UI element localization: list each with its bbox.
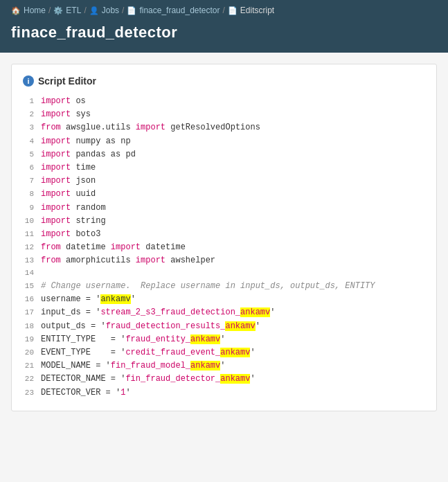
line-content: DETECTOR_NAME = 'fin_fraud_detector_anka…	[41, 373, 256, 386]
code-line-16: 16username = 'ankamv'	[23, 293, 425, 306]
line-number: 13	[23, 255, 41, 267]
line-content: import json	[41, 175, 96, 188]
line-number: 19	[23, 334, 41, 346]
line-content: import time	[41, 161, 96, 175]
main-content: i Script Editor 1import os2import sys3fr…	[11, 64, 437, 411]
code-line-2: 2import sys	[23, 108, 425, 121]
line-number: 12	[23, 242, 41, 254]
code-line-13: 13from amorphicutils import awshelper	[23, 254, 425, 267]
page-title-bar: finace_fraud_detector	[0, 19, 448, 53]
file-icon-1: 📄	[127, 6, 136, 15]
line-content: input_ds = 'stream_2_s3_fraud_detection_…	[41, 306, 275, 319]
line-content: import random	[41, 202, 106, 215]
line-number: 21	[23, 360, 41, 373]
line-number: 23	[23, 387, 41, 400]
line-content: import os	[41, 95, 86, 108]
code-line-9: 9import random	[23, 202, 425, 215]
line-number: 7	[23, 175, 41, 188]
code-line-8: 8import uuid	[23, 188, 425, 201]
line-number: 3	[23, 122, 41, 134]
line-content: output_ds = 'fraud_detection_results_ank…	[41, 320, 260, 333]
line-number: 1	[23, 96, 41, 108]
line-content: from datetime import datetime	[41, 241, 186, 254]
line-number: 4	[23, 136, 41, 148]
breadcrumb-fraud-detector[interactable]: finace_fraud_detector	[139, 6, 219, 15]
line-content: ENTITY_TYPE = 'fraud_entity_ankamv'	[41, 333, 225, 346]
breadcrumb-home[interactable]: Home	[24, 6, 46, 15]
line-content: # Change username. Replace username in i…	[41, 280, 375, 293]
line-content: import numpy as np	[41, 135, 131, 148]
breadcrumb-etl[interactable]: ETL	[66, 6, 81, 15]
info-icon: i	[23, 75, 34, 87]
code-line-7: 7import json	[23, 175, 425, 188]
code-line-1: 1import os	[23, 95, 425, 108]
line-content: EVENT_TYPE = 'credit_fraud_event_ankamv'	[41, 346, 256, 359]
line-content: import uuid	[41, 188, 96, 201]
breadcrumb-jobs[interactable]: Jobs	[102, 6, 119, 15]
breadcrumb-sep-3: /	[122, 6, 124, 15]
breadcrumb-sep-4: /	[223, 6, 225, 15]
line-content: import sys	[41, 108, 91, 121]
home-icon: 🏠	[11, 6, 21, 15]
code-editor[interactable]: 1import os2import sys3from awsglue.utils…	[23, 95, 425, 400]
line-number: 10	[23, 215, 41, 228]
section-header: i Script Editor	[23, 75, 425, 87]
code-line-19: 19ENTITY_TYPE = 'fraud_entity_ankamv'	[23, 333, 425, 346]
breadcrumb-sep-1: /	[48, 6, 51, 15]
line-content: from awsglue.utils import getResolvedOpt…	[41, 121, 260, 134]
header: 🏠 Home / ⚙️ ETL / 👤 Jobs / 📄 finace_frau…	[0, 0, 448, 19]
line-number: 6	[23, 162, 41, 175]
line-number: 15	[23, 280, 41, 293]
line-number: 5	[23, 149, 41, 161]
jobs-icon: 👤	[89, 6, 99, 15]
line-content: MODEL_NAME = 'fin_fraud_model_ankamv'	[41, 359, 225, 373]
line-number: 14	[23, 267, 41, 280]
code-line-15: 15# Change username. Replace username in…	[23, 280, 425, 293]
line-number: 8	[23, 188, 41, 201]
code-line-20: 20EVENT_TYPE = 'credit_fraud_event_ankam…	[23, 346, 425, 359]
code-line-14: 14	[23, 267, 425, 280]
code-line-5: 5import pandas as pd	[23, 148, 425, 161]
code-line-23: 23DETECTOR_VER = '1'	[23, 386, 425, 400]
line-number: 11	[23, 229, 41, 241]
breadcrumb-current: Editscript	[240, 6, 274, 15]
etl-icon: ⚙️	[53, 6, 63, 15]
code-line-10: 10import string	[23, 215, 425, 228]
line-number: 22	[23, 373, 41, 386]
line-content: from amorphicutils import awshelper	[41, 254, 215, 267]
breadcrumb: 🏠 Home / ⚙️ ETL / 👤 Jobs / 📄 finace_frau…	[11, 6, 437, 19]
code-line-11: 11import boto3	[23, 228, 425, 241]
line-content: import string	[41, 215, 106, 228]
code-line-4: 4import numpy as np	[23, 135, 425, 148]
breadcrumb-sep-2: /	[84, 6, 86, 15]
line-number: 18	[23, 321, 41, 333]
code-line-18: 18output_ds = 'fraud_detection_results_a…	[23, 320, 425, 333]
code-line-12: 12from datetime import datetime	[23, 241, 425, 254]
code-line-21: 21MODEL_NAME = 'fin_fraud_model_ankamv'	[23, 359, 425, 373]
code-line-3: 3from awsglue.utils import getResolvedOp…	[23, 121, 425, 134]
line-number: 20	[23, 347, 41, 359]
line-number: 2	[23, 109, 41, 121]
code-line-17: 17input_ds = 'stream_2_s3_fraud_detectio…	[23, 306, 425, 319]
line-number: 16	[23, 294, 41, 306]
section-title: Script Editor	[38, 75, 96, 87]
file-icon-2: 📄	[228, 6, 238, 15]
line-number: 9	[23, 202, 41, 215]
page-title: finace_fraud_detector	[11, 24, 437, 42]
code-line-22: 22DETECTOR_NAME = 'fin_fraud_detector_an…	[23, 373, 425, 386]
code-line-6: 6import time	[23, 161, 425, 175]
line-content: DETECTOR_VER = '1'	[41, 386, 131, 400]
line-content: import pandas as pd	[41, 148, 136, 161]
line-content: username = 'ankamv'	[41, 293, 136, 306]
line-number: 17	[23, 307, 41, 319]
line-content: import boto3	[41, 228, 100, 241]
